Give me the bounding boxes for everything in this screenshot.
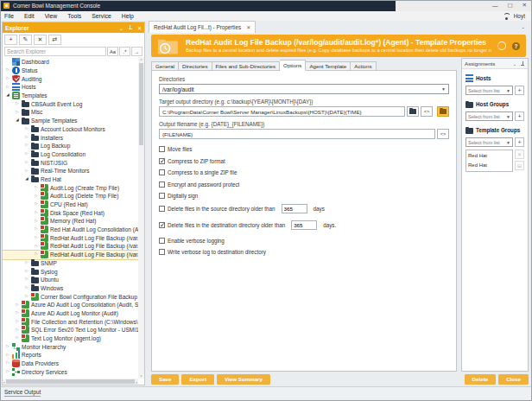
tree-item[interactable]: ▷Account Lockout Monitors: [3, 125, 138, 134]
close-icon[interactable]: ✕: [137, 25, 142, 31]
expand-icon[interactable]: ▷: [24, 169, 29, 174]
tree-horizontal-scrollbar[interactable]: ‹ ›: [3, 379, 138, 385]
collapse-icon[interactable]: ◢: [24, 177, 29, 181]
tree-item[interactable]: ▷Hosts: [3, 83, 138, 92]
search-input[interactable]: [4, 47, 106, 56]
expand-icon[interactable]: ▷: [34, 252, 39, 257]
expand-icon[interactable]: ▷: [15, 320, 20, 324]
menu-view[interactable]: View: [45, 13, 58, 19]
refresh-button[interactable]: ⇄: [48, 35, 61, 45]
tree-item[interactable]: ▷RedHat Audit Log File Backup (/var/log/…: [3, 233, 138, 242]
tree-item[interactable]: ▷Disk Space (Red Hat): [3, 208, 138, 217]
tree-item[interactable]: ▷Installers: [3, 133, 138, 142]
add-button[interactable]: +: [515, 111, 524, 121]
save-button[interactable]: Save: [151, 374, 179, 385]
expand-icon[interactable]: ▷: [34, 227, 39, 232]
scroll-left-icon[interactable]: ‹: [3, 379, 5, 385]
menu-file[interactable]: File: [4, 13, 14, 19]
tree-item[interactable]: ▷Ubuntu: [3, 276, 138, 284]
tree-item[interactable]: ◢Templates: [3, 92, 138, 100]
expand-icon[interactable]: ▷: [24, 277, 29, 282]
expand-icon[interactable]: ▷: [34, 236, 39, 240]
tab-agent-template[interactable]: Agent Template: [306, 61, 351, 71]
checkbox[interactable]: [159, 169, 165, 175]
target-directory-input[interactable]: [159, 106, 405, 117]
tree-item[interactable]: ▷RedHat Audit Log File Backup (/var/log/…: [3, 251, 138, 259]
tree-item[interactable]: ▷Data Providers: [3, 360, 138, 368]
tree-item[interactable]: ◢Sample Templates: [3, 117, 138, 125]
days-input[interactable]: [291, 220, 317, 230]
tree-vertical-scrollbar[interactable]: ˄ ˅: [138, 57, 144, 379]
tree-item[interactable]: ▷Log Consolidation: [3, 150, 138, 159]
tab-options[interactable]: Options: [280, 60, 306, 71]
export-button[interactable]: Export: [181, 374, 214, 385]
tree-item[interactable]: ▷Red Hat Audit Log Consolidation (Agent): [3, 226, 138, 234]
remove-item-button[interactable]: ✕: [515, 150, 524, 159]
assigned-groups-list[interactable]: Red HatRed Hat: [466, 150, 513, 172]
expand-icon[interactable]: ▷: [5, 353, 10, 358]
close-window-icon[interactable]: ✕: [522, 2, 527, 9]
menu-help[interactable]: Help: [122, 13, 134, 19]
tree-item[interactable]: ▷Memory (Red Hat): [3, 217, 138, 226]
tree-item[interactable]: ▷Directory Services: [3, 367, 138, 376]
list-item[interactable]: Red Hat: [466, 160, 512, 169]
tab-files-and-sub-directories[interactable]: Files and Sub-Directories: [212, 61, 280, 71]
expand-icon[interactable]: ▷: [24, 143, 29, 148]
expand-icon[interactable]: ▷: [34, 202, 39, 207]
menu-service[interactable]: Service: [92, 13, 111, 19]
tree-item[interactable]: ▷Auditing: [3, 74, 138, 83]
tab-actions[interactable]: Actions: [351, 61, 376, 71]
expand-icon[interactable]: ▷: [24, 127, 29, 131]
delete-button[interactable]: ✕: [34, 35, 47, 45]
days-input[interactable]: [282, 204, 307, 213]
expand-icon[interactable]: ▷: [15, 311, 20, 315]
expand-icon[interactable]: ▷: [34, 245, 39, 249]
expand-icon[interactable]: ▷: [24, 261, 29, 265]
help-icon[interactable]: ?: [512, 42, 520, 50]
pin-icon[interactable]: [520, 61, 525, 67]
expand-icon[interactable]: ▷: [15, 328, 20, 333]
tree-item[interactable]: ▷Reports: [3, 351, 138, 360]
expand-icon[interactable]: ▷: [24, 136, 29, 140]
tree-item[interactable]: ▷Audit.Log (Delete Tmp File): [3, 192, 138, 200]
tree-item[interactable]: ▷Windows: [3, 284, 138, 293]
output-filename-input[interactable]: [159, 129, 435, 139]
scrollbar-thumb[interactable]: [6, 379, 136, 384]
tree-item[interactable]: Dashboard: [3, 58, 138, 67]
checkbox[interactable]: [159, 146, 165, 152]
document-tab[interactable]: RedHat Audit Log Fil...t) - Properties ✕: [149, 21, 256, 33]
regex-button[interactable]: .*: [119, 47, 130, 56]
tree-item[interactable]: ▷Azure AD Audit Log Monitor (Audit): [3, 309, 138, 318]
scroll-down-icon[interactable]: ˅: [138, 373, 144, 379]
checkbox[interactable]: [159, 158, 165, 164]
checkbox[interactable]: [159, 249, 165, 255]
match-case-button[interactable]: Aa: [107, 47, 118, 56]
collapse-icon[interactable]: ◢: [5, 93, 10, 98]
close-button[interactable]: Close: [498, 374, 529, 385]
tab-directories[interactable]: Directories: [179, 61, 212, 71]
collapse-icon[interactable]: ◢: [15, 118, 20, 123]
directories-select[interactable]: /var/log/audit ▼: [159, 84, 449, 94]
checkbox[interactable]: [159, 222, 165, 228]
scrollbar-thumb[interactable]: [139, 63, 143, 145]
minimize-window-icon[interactable]: —: [492, 3, 498, 9]
add-button[interactable]: +: [515, 137, 524, 147]
expand-icon[interactable]: ▷: [24, 161, 29, 165]
expand-icon[interactable]: ▷: [34, 220, 39, 224]
expand-icon[interactable]: ▷: [5, 370, 10, 374]
scroll-up-icon[interactable]: ˄: [138, 57, 144, 62]
expand-icon[interactable]: ▷: [24, 286, 29, 290]
browse-folder-button[interactable]: [407, 106, 419, 117]
expand-icon[interactable]: ▷: [24, 270, 29, 274]
tree-item[interactable]: ▷Syslog: [3, 267, 138, 276]
expand-icon[interactable]: ▷: [15, 303, 20, 308]
tree-item[interactable]: ▷Real-Time Monitors: [3, 167, 138, 175]
edit-button[interactable]: ✎: [19, 35, 32, 45]
tree-item[interactable]: ▷CBSAudit Event Log: [3, 99, 138, 108]
expand-icon[interactable]: ▷: [24, 295, 29, 299]
open-folder-button[interactable]: [437, 106, 449, 117]
chevron-down-icon[interactable]: ⌄: [119, 25, 124, 31]
tree-item[interactable]: ▷Misc: [3, 108, 138, 117]
chevron-down-icon[interactable]: ⌄: [512, 61, 516, 67]
insert-variable-button[interactable]: <>: [421, 106, 433, 117]
